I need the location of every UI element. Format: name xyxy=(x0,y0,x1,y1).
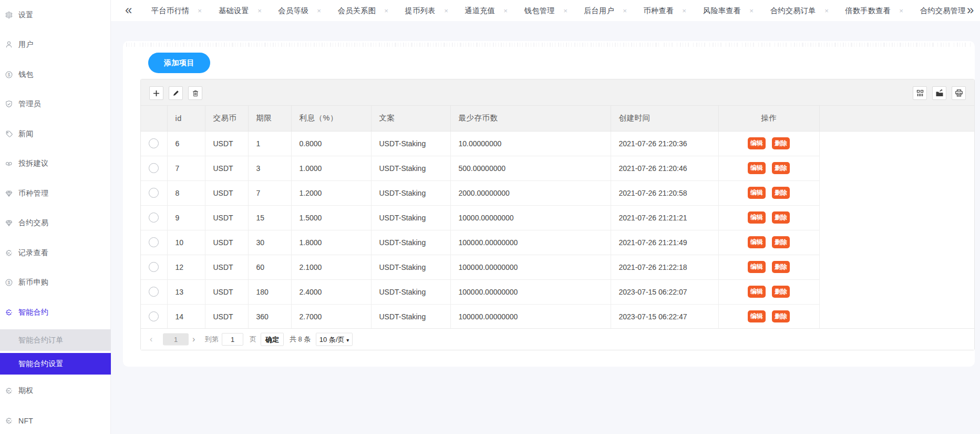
svg-text:$: $ xyxy=(8,280,11,285)
svg-text:$: $ xyxy=(8,72,11,77)
